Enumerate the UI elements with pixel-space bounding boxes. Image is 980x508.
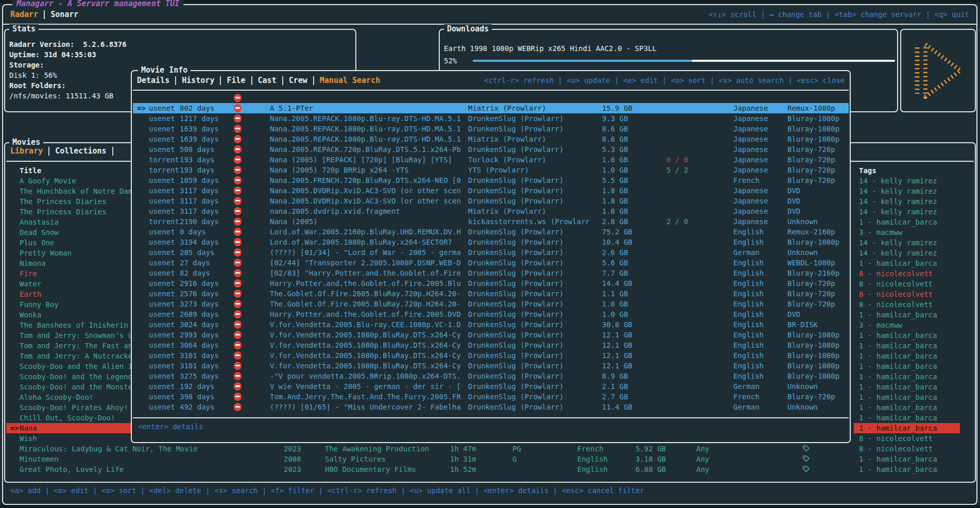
release-row[interactable]: usenet2993 daysV.for.Vendetta.2005.1080p… (133, 330, 849, 340)
release-indexer: DrunkenSlug (Prowlarr) (468, 258, 600, 268)
release-size: 5.6 GB (602, 258, 665, 268)
blocked-icon (234, 176, 242, 184)
release-row[interactable]: usenet2689 daysHarry.Potter.and.the.Gobl… (133, 309, 849, 319)
release-row[interactable]: usenet508 daysNana.2005.REPACK.720p.BluR… (133, 144, 849, 155)
release-row[interactable]: torrent2190 daysNana (2005)kickasstorren… (133, 216, 849, 227)
servarr-tab-radarr[interactable]: Radarr (10, 10, 38, 19)
release-row[interactable]: usenet3024 daysV.for.Vendetta.2005.Blu-r… (133, 319, 849, 330)
release-row[interactable]: usenet1639 daysNana.2005.REPACK.1080p.Bl… (133, 124, 849, 134)
movie-info-tabs-underline (133, 90, 849, 91)
hint-key: <e> (623, 76, 641, 84)
release-indexer: DrunkenSlug (Prowlarr) (468, 278, 600, 289)
hint-label: refresh (523, 76, 554, 84)
release-row[interactable]: usenet3117 daysNana.2005.DVDRip.XviD.AC3… (133, 185, 849, 196)
release-row[interactable]: usenet1639 daysNana.2005.REPACK.1080p.Bl… (133, 134, 849, 144)
blocked-icon (234, 279, 242, 287)
release-language: French (733, 175, 785, 185)
release-row[interactable]: usenet1217 daysNana.2005.REPACK.1080p.Bl… (133, 113, 849, 124)
release-source: torrent (149, 165, 179, 175)
release-source: usenet (149, 340, 179, 350)
release-row[interactable]: usenet285 days(????) [01/34] - "Lord of … (133, 247, 849, 258)
uptime: Uptime: 31d 04:35:03 (9, 49, 96, 60)
release-row[interactable]: usenet0 daysLord.of.War.2005.2160p.BluRa… (133, 227, 849, 237)
release-age: 2993 days (180, 330, 233, 340)
release-row[interactable]: usenet1059 daysNana.2005.FRENCH.720p.Blu… (133, 175, 849, 185)
movie-row[interactable]: Miraculous: Ladybug & Cat Noir, The Movi… (6, 444, 974, 454)
movie-info-tab-details[interactable]: Details (137, 76, 169, 85)
release-row[interactable]: usenet3101 daysV.for.Vendetta.2005.1080p… (133, 361, 849, 371)
release-row[interactable]: usenet3273 daysThe.Goblet.Of.Fire.2005.B… (133, 299, 849, 309)
movie-tag: 3 - macmww (859, 320, 902, 330)
release-language: English (733, 258, 785, 268)
movie-info-tab-manual-search[interactable]: Manual Search (320, 76, 380, 85)
hint-key: <enter> (138, 422, 173, 431)
hint-key: <↑↓> (709, 10, 730, 19)
release-row[interactable]: usenet82 days[02/83] "Harry.Potter.and.t… (133, 268, 849, 278)
release-row[interactable]: usenet3064 daysV.for.Vendetta.2005.1080p… (133, 340, 849, 350)
tag-icon (802, 455, 811, 463)
release-quality: Bluray-1080p (787, 134, 850, 144)
movie-info-tab-history[interactable]: History (182, 76, 214, 85)
release-size: 1.0 GB (602, 309, 665, 319)
blocked-icon (234, 228, 242, 236)
release-indexer: DrunkenSlug (Prowlarr) (468, 237, 600, 247)
movie-row[interactable]: Great Photo, Lovely Life2023HBO Document… (6, 464, 974, 475)
movie-tag-cell: 1 - hamilcar_barca (854, 371, 960, 382)
release-size: 1.8 GB (602, 196, 665, 206)
release-indexer: DrunkenSlug (Prowlarr) (468, 175, 600, 185)
release-peers: 5 / 2 (666, 165, 731, 175)
release-quality: Bluray-1080p (787, 361, 850, 371)
blocked-icon (234, 300, 242, 308)
release-row[interactable]: usenet398 daysTom.And.Jerry.The.Fast.And… (133, 392, 849, 402)
movie-tag: 1 - hamilcar_barca (859, 382, 937, 392)
movie-info-tab-cast[interactable]: Cast (258, 76, 277, 85)
hint-close: <esc> close (797, 76, 845, 84)
radarr-version: Radarr Version: 5.2.6.8376 (9, 39, 127, 49)
servarr-tab-sonarr[interactable]: Sonarr (50, 10, 78, 19)
release-title: Nana.2005.DVDRip.XviD.AC3-SVO (or other … (270, 185, 467, 196)
movie-row[interactable]: Minutemen2008Salty Pictures1h 31mGEnglis… (6, 454, 974, 464)
release-row[interactable]: usenet3117 daysnana.2005.dvdrip.xvid.fra… (133, 206, 849, 216)
release-size: 8.6 GB (602, 134, 665, 144)
release-row[interactable]: usenet492 days(????) [01/65] - "Miss Und… (133, 402, 849, 412)
release-row[interactable]: usenet2916 daysHarry.Potter.and.the.Gobl… (133, 278, 849, 289)
release-age: 0 days (180, 227, 233, 237)
release-row[interactable]: usenet27 days[02/44] "Transporter 2.2005… (133, 258, 849, 268)
release-indexer: DrunkenSlug (Prowlarr) (468, 185, 600, 196)
release-row[interactable]: usenet3101 daysV.for.Vendetta.2005.1080p… (133, 350, 849, 361)
movie-language: French (577, 444, 632, 454)
release-row[interactable]: usenet3117 daysNana.2005.DVDRip.XviD.AC3… (133, 196, 849, 206)
release-age: 508 days (180, 144, 233, 155)
blocked-icon (234, 259, 242, 267)
release-row[interactable]: usenet3194 daysLord.of.War.2005.1080p.Bl… (133, 237, 849, 247)
release-row[interactable]: usenet3275 days-"V pour vendetta.2005.BR… (133, 371, 849, 381)
release-source: usenet (149, 309, 179, 319)
movie-info-keybinding-hints: <ctrl-r> refresh | <u> update | <e> edit… (484, 76, 845, 84)
movie-tag: 8 - nicolecolvett (859, 279, 933, 289)
blocked-icon (234, 135, 242, 143)
movie-tag: 1 - hamilcar_barca (859, 341, 937, 351)
release-row[interactable]: torrent193 daysNana (2005) [REPACK] [720… (133, 155, 849, 165)
movie-tag-cell: 1 - hamilcar_barca (854, 310, 960, 320)
release-source: usenet (149, 247, 179, 258)
movies-tab-collections[interactable]: Collections (55, 146, 106, 156)
release-row[interactable]: usenet2576 daysThe.Goblet.Of.Fire.2005.B… (133, 289, 849, 299)
movie-info-tab-crew[interactable]: Crew (289, 76, 307, 85)
hint-delete: <del> delete (149, 486, 201, 495)
release-row[interactable]: torrent193 daysNana (2005) 720p BRRip x2… (133, 165, 849, 175)
movie-info-tab-file[interactable]: File (227, 76, 245, 85)
movie-tag: 14 - kelly ramirez (859, 196, 937, 207)
hint-separator: | (821, 10, 834, 19)
movie-title: Miraculous: Ladybug & Cat Noir, The Movi… (20, 444, 280, 454)
release-language: English (733, 237, 785, 247)
movie-tag: 14 - kelly ramirez (859, 176, 937, 186)
release-row[interactable]: usenet192 daysV wie Vendetta - 2005 - ge… (133, 381, 849, 392)
blocked-icon (234, 403, 242, 411)
hint-key: <esc> (797, 76, 823, 84)
release-size: 12.1 GB (602, 361, 665, 371)
movies-tab-library[interactable]: Library (10, 146, 43, 156)
release-row[interactable]: =>usenet802 daysA 5.1-PTerMiatrix (Prowl… (133, 103, 849, 113)
movie-tag: 1 - hamilcar_barca (859, 217, 937, 227)
hint-label: edit (641, 76, 658, 84)
hint-change-servarr: <tab> change servarr (835, 10, 922, 19)
